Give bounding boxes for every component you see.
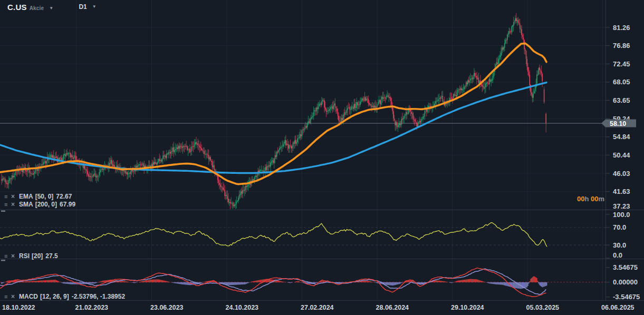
chevron-down-icon[interactable]: ▼: [49, 6, 53, 11]
countdown-minutes: 00: [591, 195, 598, 203]
ema-value: 72.67: [56, 193, 72, 200]
price-axis-label: 72.45: [613, 60, 630, 68]
chart-header: C.US Akcie ▼ D1 ▼: [0, 0, 644, 14]
time-axis[interactable]: 18.10.202221.02.202323.06.202324.10.2023…: [2, 304, 635, 311]
date-axis-label: 28.06.2024: [376, 304, 409, 311]
chevron-down-icon[interactable]: ▼: [92, 4, 97, 9]
rsi-axis-label: 100.0: [613, 211, 630, 219]
trading-chart-window: 81.2676.8672.4568.0563.6559.2454.8450.44…: [0, 0, 644, 315]
ema-params: [50, 0]: [35, 193, 54, 200]
sma-name: SMA: [19, 201, 33, 208]
chart-canvas[interactable]: 81.2676.8672.4568.0563.6559.2454.8450.44…: [0, 0, 644, 315]
price-axis-label: 46.03: [613, 170, 630, 178]
pane-separators: [0, 0, 644, 301]
price-axis-label: 81.26: [613, 24, 630, 32]
indicator-close-icon[interactable]: ×: [11, 252, 18, 260]
price-axis-label: 63.65: [613, 96, 630, 104]
macd-params: [12, 26, 9]: [40, 293, 69, 300]
current-price-value: 58.10: [610, 120, 626, 127]
price-axis[interactable]: [605, 27, 610, 297]
rsi-axis-label: 30.0: [613, 241, 626, 249]
sma-value: 67.99: [60, 201, 75, 208]
instrument-type-label: Akcie: [30, 5, 44, 11]
date-axis-label: 23.06.2023: [150, 304, 184, 311]
ema-legend: ≡ × EMA [50, 0] 72.67: [4, 193, 72, 200]
rsi-value: 27.5: [45, 252, 57, 260]
instrument-selector[interactable]: C.US Akcie ▼: [7, 3, 53, 12]
price-axis-label: 50.44: [613, 151, 630, 159]
rsi-line: [0, 223, 547, 247]
indicator-settings-icon[interactable]: ≡: [4, 253, 11, 259]
indicator-settings-icon[interactable]: ≡: [4, 201, 11, 208]
macd-axis-label: 3.54675: [613, 263, 638, 271]
candles-layer: [1, 13, 546, 209]
macd-axis-label: -3.54675: [613, 293, 640, 301]
date-axis-label: 27.02.2024: [301, 304, 334, 311]
instrument-symbol: C.US: [7, 3, 27, 12]
date-axis-label: 18.10.2022: [2, 304, 35, 311]
price-axis-label: 68.05: [613, 78, 630, 86]
macd-axis-label: 0.00000: [613, 278, 638, 286]
indicator-close-icon[interactable]: ×: [11, 293, 18, 300]
rsi-params: [20]: [32, 252, 43, 260]
indicator-close-icon[interactable]: ×: [11, 193, 18, 200]
date-axis-label: 05.03.2025: [526, 304, 560, 311]
macd-name: MACD: [19, 293, 38, 300]
current-price-badge: 58.10: [601, 120, 636, 127]
sma-legend: ≡ × SMA [200, 0] 67.99: [4, 201, 75, 208]
date-axis-label: 29.10.2024: [451, 304, 484, 311]
price-axis-label: 76.86: [613, 42, 630, 50]
countdown-minutes-unit: m: [598, 195, 604, 203]
timeframe-label: D1: [79, 3, 86, 11]
countdown-hours-unit: h: [584, 195, 589, 203]
rsi-axis-label: 0.0: [613, 251, 622, 259]
price-axis-label: 41.63: [613, 188, 630, 195]
indicator-settings-icon[interactable]: ≡: [4, 193, 11, 200]
rsi-legend: ≡ × RSI [20] 27.5: [4, 252, 58, 260]
macd-legend: ≡ × MACD [12, 26, 9] -2.53796, -1.38952: [4, 293, 125, 300]
indicator-settings-icon[interactable]: ≡: [4, 293, 11, 300]
grid-lines: [0, 0, 605, 300]
date-axis-label: 21.02.2023: [75, 304, 109, 311]
date-axis-label: 06.06.2025: [601, 304, 635, 311]
countdown-hours: 00: [577, 195, 584, 203]
price-axis-label: 54.84: [613, 133, 630, 141]
rsi-axis-label: 70.0: [613, 223, 626, 231]
candle-countdown: 00h 00m: [577, 195, 604, 203]
date-axis-label: 24.10.2023: [226, 304, 259, 311]
price-axis-label: 37.23: [613, 202, 630, 210]
ema-name: EMA: [19, 193, 33, 200]
indicator-close-icon[interactable]: ×: [11, 201, 18, 208]
timeframe-selector[interactable]: D1 ▼: [79, 3, 96, 11]
macd-value: -2.53796, -1.38952: [72, 293, 125, 300]
rsi-name: RSI: [19, 252, 30, 260]
sma-params: [200, 0]: [35, 201, 57, 208]
